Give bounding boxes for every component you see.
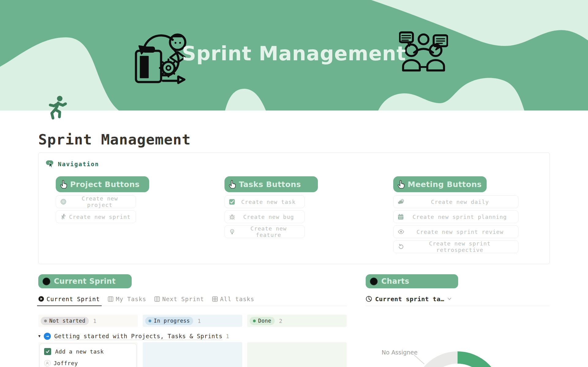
cover-banner: Sprint Management bbox=[0, 0, 588, 110]
donut-chart[interactable] bbox=[412, 350, 503, 367]
status-badge[interactable]: In progress bbox=[145, 317, 193, 325]
undo-icon bbox=[398, 244, 404, 250]
create-new-project-button[interactable]: Create new project bbox=[56, 195, 136, 208]
status-dot-icon bbox=[44, 320, 47, 322]
runner-icon bbox=[60, 214, 66, 220]
board-icon bbox=[108, 296, 113, 302]
eye-icon bbox=[398, 229, 404, 235]
project-buttons-pill[interactable]: Project Buttons bbox=[56, 176, 149, 192]
navigation-callout: Navigation Project Buttons Create new pr… bbox=[38, 152, 550, 264]
play-circle-icon bbox=[38, 296, 44, 302]
create-new-sprint-button[interactable]: Create new sprint bbox=[56, 210, 136, 223]
banner-title: Sprint Management bbox=[182, 42, 406, 65]
group-title-link[interactable]: Getting started with Projects, Tasks & S… bbox=[54, 333, 222, 339]
tab-label: Current Sprint bbox=[47, 296, 100, 302]
chevron-down-icon bbox=[447, 298, 451, 300]
create-new-feature-button[interactable]: Create new feature bbox=[224, 225, 305, 238]
create-new-task-button[interactable]: Create new task bbox=[224, 195, 305, 208]
cards-column-in-progress bbox=[143, 342, 242, 367]
current-sprint-section: Current Sprint Current Sprint My Tasks N… bbox=[38, 274, 347, 288]
section-title: Current Sprint bbox=[54, 277, 116, 286]
button-label: Create new sprint review bbox=[406, 229, 514, 235]
current-sprint-pill[interactable]: Current Sprint bbox=[38, 274, 132, 288]
tasks-buttons-group: Tasks Buttons Create new task Create new bbox=[224, 176, 318, 238]
pie-chart-icon bbox=[366, 296, 372, 302]
project-buttons-group: Project Buttons Create new project Creat… bbox=[56, 176, 149, 223]
avatar-icon bbox=[44, 360, 51, 366]
status-row: Not started 1 In progress 1 Done 2 bbox=[38, 315, 347, 327]
tab-all-tasks[interactable]: All tasks bbox=[212, 292, 254, 306]
status-label: In progress bbox=[154, 318, 190, 324]
create-new-sprint-planning-button[interactable]: Create new sprint planning bbox=[393, 210, 518, 223]
group-title: Project Buttons bbox=[70, 180, 140, 189]
create-new-bug-button[interactable]: Create new bug bbox=[224, 210, 305, 223]
cursor-click-icon bbox=[46, 160, 55, 168]
navigation-header: Navigation bbox=[46, 160, 99, 168]
status-label: Not started bbox=[49, 318, 85, 324]
hand-pointer-icon bbox=[397, 180, 405, 189]
group-title: Tasks Buttons bbox=[239, 180, 301, 189]
column-count: 1 bbox=[93, 318, 96, 324]
assignee-name: Joffrey bbox=[54, 360, 78, 366]
button-label: Create new sprint retrospective bbox=[406, 240, 514, 253]
hand-pointer-icon bbox=[59, 180, 68, 189]
status-badge[interactable]: Not started bbox=[41, 317, 89, 325]
tab-next-sprint[interactable]: Next Sprint bbox=[154, 292, 204, 306]
cards-column-not-started: Add a new task Joffrey bbox=[38, 342, 138, 367]
column-in-progress: In progress 1 bbox=[143, 315, 242, 327]
button-label: Create new project bbox=[68, 195, 131, 208]
bulb-icon bbox=[229, 229, 235, 235]
button-label: Create new daily bbox=[406, 199, 514, 205]
page-title: Sprint Management bbox=[38, 131, 191, 148]
group-count: 1 bbox=[226, 333, 229, 339]
column-count: 1 bbox=[198, 318, 201, 324]
status-badge[interactable]: Done bbox=[250, 317, 275, 325]
black-dot-icon bbox=[43, 278, 50, 285]
board-tabs: Current Sprint My Tasks Next Sprint All … bbox=[38, 292, 347, 306]
tab-current-sprint[interactable]: Current Sprint bbox=[38, 292, 100, 306]
tab-label: Next Sprint bbox=[162, 296, 204, 302]
column-done: Done 2 bbox=[247, 315, 347, 327]
button-label: Create new sprint bbox=[68, 214, 131, 220]
hand-pointer-icon bbox=[228, 180, 236, 189]
task-checkbox[interactable] bbox=[44, 348, 51, 355]
button-label: Create new sprint planning bbox=[405, 214, 514, 220]
table-icon bbox=[212, 296, 218, 302]
meeting-buttons-pill[interactable]: Meeting Buttons bbox=[393, 176, 487, 192]
board-icon bbox=[154, 296, 160, 302]
tab-label: All tasks bbox=[220, 296, 254, 302]
create-new-sprint-review-button[interactable]: Create new sprint review bbox=[393, 225, 518, 238]
group-title: Meeting Buttons bbox=[408, 180, 482, 189]
bug-icon bbox=[229, 214, 235, 220]
chart-view-selector[interactable]: Current sprint ta… bbox=[366, 295, 451, 303]
status-dot-icon bbox=[253, 320, 256, 322]
board-group-row: ▼ → Getting started with Projects, Tasks… bbox=[38, 330, 229, 342]
charts-section: Charts Current sprint ta… No Assignee bbox=[366, 274, 550, 367]
calendar-icon bbox=[398, 214, 404, 220]
page-icon-runner[interactable] bbox=[46, 95, 69, 121]
board-cards-row: Add a new task Joffrey bbox=[38, 342, 347, 367]
tab-my-tasks[interactable]: My Tasks bbox=[108, 292, 146, 306]
target-icon bbox=[60, 199, 66, 205]
sun-cloud-icon bbox=[398, 199, 404, 205]
tasks-buttons-pill[interactable]: Tasks Buttons bbox=[224, 176, 318, 192]
meeting-buttons-group: Meeting Buttons Create new daily bbox=[393, 176, 518, 253]
tab-label: My Tasks bbox=[116, 296, 146, 302]
section-title: Charts bbox=[381, 277, 409, 286]
chart-tab-row: Current sprint ta… bbox=[366, 292, 550, 306]
task-card[interactable]: Add a new task Joffrey bbox=[40, 343, 137, 367]
meeting-illustration bbox=[399, 29, 448, 78]
task-title: Add a new task bbox=[55, 348, 104, 355]
charts-pill[interactable]: Charts bbox=[366, 274, 458, 288]
project-arrow-icon: → bbox=[44, 333, 51, 340]
column-not-started: Not started 1 bbox=[38, 315, 138, 327]
chart-view-label: Current sprint ta… bbox=[375, 295, 444, 303]
create-new-daily-button[interactable]: Create new daily bbox=[393, 195, 518, 208]
navigation-label: Navigation bbox=[58, 161, 99, 167]
status-dot-icon bbox=[149, 320, 151, 322]
collapse-triangle-icon[interactable]: ▼ bbox=[38, 334, 40, 338]
column-count: 2 bbox=[279, 318, 282, 324]
create-new-sprint-retrospective-button[interactable]: Create new sprint retrospective bbox=[393, 240, 518, 253]
checkbox-icon bbox=[229, 199, 235, 205]
black-dot-icon bbox=[370, 278, 378, 285]
